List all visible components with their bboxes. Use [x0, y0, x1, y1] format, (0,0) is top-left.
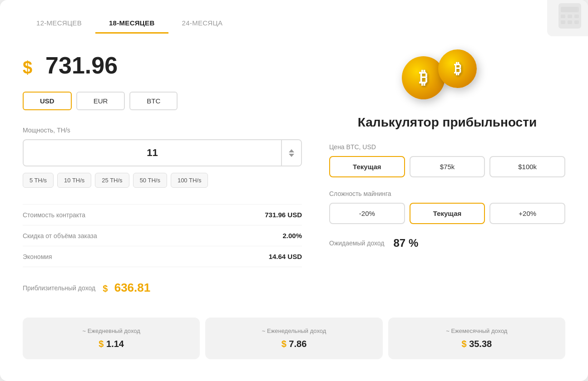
- svg-rect-4: [574, 15, 579, 18]
- currency-btn-usd[interactable]: USD: [23, 92, 72, 110]
- currency-btn-eur[interactable]: EUR: [76, 92, 125, 110]
- discount-label: Скидка от объёма заказа: [23, 232, 97, 239]
- spinner-up-icon: [289, 149, 294, 152]
- quick-btn-5[interactable]: 5 TH/s: [23, 173, 54, 188]
- main-layout: $ 731.96 USD EUR BTC Мощность, TH/s 5: [23, 52, 565, 308]
- main-card: 12-МЕСЯЦЕВ 18-МЕСЯЦЕВ 24-МЕСЯЦА $ 731.96…: [0, 0, 588, 381]
- savings-label: Экономия: [23, 253, 52, 260]
- btc-price-100k[interactable]: $100k: [489, 156, 565, 177]
- approx-symbol: $: [103, 283, 108, 293]
- contract-info: Стоимость контракта 731.96 USD Скидка от…: [23, 204, 302, 267]
- svg-rect-7: [574, 20, 579, 24]
- btc-price-current[interactable]: Текущая: [329, 156, 405, 177]
- quick-btn-50[interactable]: 50 TH/s: [133, 173, 167, 188]
- quick-btn-10[interactable]: 10 TH/s: [57, 173, 91, 188]
- coin-image: ₿ ₿: [329, 52, 565, 106]
- svg-rect-3: [568, 15, 572, 18]
- savings-row: Экономия 14.64 USD: [23, 246, 302, 267]
- power-input-row: [23, 139, 302, 166]
- price-value: 731.96: [45, 52, 118, 78]
- spinner-button[interactable]: [281, 140, 301, 166]
- expected-value: 87 %: [394, 237, 419, 249]
- weekly-income-label: ~ Еженедельный доход: [214, 327, 373, 334]
- mining-minus-20[interactable]: -20%: [329, 203, 405, 224]
- approx-label: Приблизительный доход: [23, 284, 95, 292]
- spinner-down-icon: [289, 154, 294, 157]
- contract-cost-row: Стоимость контракта 731.96 USD: [23, 204, 302, 225]
- mining-plus-20[interactable]: +20%: [489, 203, 565, 224]
- tab-24[interactable]: 24-МЕСЯЦА: [168, 14, 237, 34]
- discount-row: Скидка от объёма заказа 2.00%: [23, 225, 302, 246]
- btc-price-75k[interactable]: $75k: [410, 156, 485, 177]
- power-label: Мощность, TH/s: [23, 127, 302, 134]
- mining-difficulty-label: Сложность майнинга: [329, 190, 565, 197]
- approx-income-row: Приблизительный доход $ 636.81: [23, 281, 302, 295]
- expected-income-row: Ожидаемый доход 87 %: [329, 237, 565, 249]
- power-input[interactable]: [24, 141, 281, 165]
- tab-18[interactable]: 18-МЕСЯЦЕВ: [95, 14, 168, 34]
- contract-cost-value: 731.96 USD: [265, 211, 302, 219]
- daily-income-card: ~ Ежедневный доход $ $ 1.14 1.14: [23, 318, 200, 359]
- expected-label: Ожидаемый доход: [329, 239, 385, 247]
- weekly-income-value: $ 7.86: [214, 339, 373, 349]
- quick-btn-25[interactable]: 25 TH/s: [95, 173, 129, 188]
- calculator-title: Калькулятор прибыльности: [329, 115, 565, 130]
- monthly-income-card: ~ Ежемесячный доход $ 35.38: [388, 318, 565, 359]
- daily-income-value: $ $ 1.14 1.14: [32, 339, 191, 349]
- price-symbol: $: [23, 58, 32, 77]
- svg-rect-1: [561, 7, 579, 12]
- contract-cost-label: Стоимость контракта: [23, 211, 85, 219]
- quick-btn-100[interactable]: 100 TH/s: [171, 173, 208, 188]
- currency-btn-btc[interactable]: BTC: [129, 92, 178, 110]
- period-tabs: 12-МЕСЯЦЕВ 18-МЕСЯЦЕВ 24-МЕСЯЦА: [23, 14, 565, 34]
- daily-income-label: ~ Ежедневный доход: [32, 327, 191, 334]
- tab-12[interactable]: 12-МЕСЯЦЕВ: [23, 14, 95, 34]
- weekly-income-card: ~ Еженедельный доход $ 7.86: [205, 318, 382, 359]
- savings-value: 14.64 USD: [269, 253, 302, 260]
- approx-number: 636.81: [114, 281, 151, 294]
- mining-current[interactable]: Текущая: [410, 203, 485, 224]
- btc-price-options: Текущая $75k $100k: [329, 156, 565, 177]
- monthly-income-label: ~ Ежемесячный доход: [397, 327, 556, 334]
- price-display: $ 731.96: [23, 52, 302, 79]
- left-panel: $ 731.96 USD EUR BTC Мощность, TH/s 5: [23, 52, 302, 308]
- mining-options: -20% Текущая +20%: [329, 203, 565, 224]
- discount-value: 2.00%: [282, 232, 302, 239]
- bitcoin-coin-2: ₿: [438, 49, 477, 88]
- bitcoin-symbol-2: ₿: [454, 60, 461, 77]
- bitcoin-coin-1: ₿: [402, 56, 445, 99]
- income-cards: ~ Ежедневный доход $ $ 1.14 1.14 ~ Ежене…: [23, 318, 565, 359]
- monthly-income-value: $ 35.38: [397, 339, 556, 349]
- btc-price-label: Цена BTC, USD: [329, 143, 565, 151]
- currency-selector: USD EUR BTC: [23, 92, 302, 110]
- calc-icon-decoration: [547, 0, 588, 36]
- svg-rect-6: [568, 20, 572, 24]
- svg-rect-2: [561, 15, 565, 18]
- bitcoin-symbol-1: ₿: [419, 68, 428, 88]
- svg-rect-5: [561, 20, 565, 24]
- quick-select-group: 5 TH/s 10 TH/s 25 TH/s 50 TH/s 100 TH/s: [23, 173, 302, 188]
- right-panel: ₿ ₿ Калькулятор прибыльности Цена BTC, U…: [329, 52, 565, 308]
- approx-value: $ 636.81: [103, 281, 150, 295]
